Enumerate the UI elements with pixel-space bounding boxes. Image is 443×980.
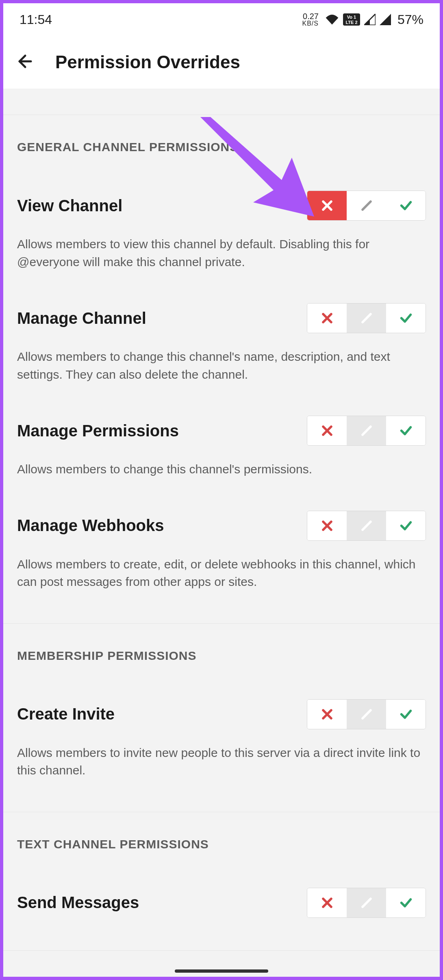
- permission-desc: Allows members to create, edit, or delet…: [17, 555, 426, 591]
- permission-row: Manage ChannelAllows members to change t…: [17, 271, 426, 383]
- permission-toggle: [307, 699, 426, 729]
- section-header: MEMBERSHIP PERMISSIONS: [17, 624, 426, 667]
- nav-handle[interactable]: [175, 969, 268, 973]
- deny-button[interactable]: [307, 304, 347, 333]
- deny-button[interactable]: [307, 700, 347, 729]
- section: TEXT CHANNEL PERMISSIONSSend Messages: [3, 812, 440, 951]
- section: GENERAL CHANNEL PERMISSIONSView ChannelA…: [3, 115, 440, 624]
- deny-button[interactable]: [307, 511, 347, 540]
- svg-text:LTE 2: LTE 2: [345, 20, 357, 25]
- neutral-button[interactable]: [347, 700, 386, 729]
- permission-toggle: [307, 511, 426, 541]
- permission-desc: Allows members to invite new people to t…: [17, 744, 426, 779]
- permission-toggle: [307, 416, 426, 446]
- network-speed: 0.27 KB/S: [302, 12, 318, 27]
- allow-button[interactable]: [386, 888, 426, 917]
- allow-button[interactable]: [386, 304, 426, 333]
- back-button[interactable]: [15, 52, 35, 73]
- permission-toggle: [307, 191, 426, 221]
- permission-row: View ChannelAllows members to view this …: [17, 158, 426, 271]
- permission-title: Manage Permissions: [17, 422, 179, 440]
- allow-button[interactable]: [386, 700, 426, 729]
- permission-toggle: [307, 888, 426, 918]
- allow-button[interactable]: [386, 511, 426, 540]
- deny-button[interactable]: [307, 191, 347, 220]
- allow-button[interactable]: [386, 416, 426, 445]
- signal-icon-2: [380, 14, 391, 25]
- status-bar: 11:54 0.27 KB/S Vo 1LTE 2 57%: [3, 3, 440, 36]
- neutral-button[interactable]: [347, 511, 386, 540]
- section: MEMBERSHIP PERMISSIONSCreate InviteAllow…: [3, 624, 440, 812]
- page-title: Permission Overrides: [55, 52, 240, 72]
- volte-icon: Vo 1LTE 2: [343, 13, 360, 26]
- permission-row: Send Messages: [17, 855, 426, 950]
- permission-title: Manage Channel: [17, 309, 146, 327]
- wifi-icon: [325, 14, 339, 25]
- neutral-button[interactable]: [347, 416, 386, 445]
- app-bar: Permission Overrides: [3, 36, 440, 89]
- permission-title: Manage Webhooks: [17, 516, 164, 535]
- permission-desc: Allows members to change this channel's …: [17, 348, 426, 383]
- deny-button[interactable]: [307, 888, 347, 917]
- svg-text:Vo 1: Vo 1: [347, 15, 356, 20]
- permission-row: Manage WebhooksAllows members to create,…: [17, 478, 426, 623]
- section-header: GENERAL CHANNEL PERMISSIONS: [17, 115, 426, 158]
- permission-title: Send Messages: [17, 893, 139, 912]
- status-time: 11:54: [20, 12, 52, 27]
- allow-button[interactable]: [386, 191, 426, 220]
- permission-toggle: [307, 303, 426, 333]
- permission-title: Create Invite: [17, 705, 115, 723]
- permission-desc: Allows members to change this channel's …: [17, 460, 426, 478]
- deny-button[interactable]: [307, 416, 347, 445]
- permission-row: Create InviteAllows members to invite ne…: [17, 667, 426, 812]
- permission-title: View Channel: [17, 197, 122, 215]
- section-header: TEXT CHANNEL PERMISSIONS: [17, 812, 426, 855]
- permission-desc: Allows members to view this channel by d…: [17, 235, 426, 271]
- signal-icon-1: [364, 14, 376, 25]
- neutral-button[interactable]: [347, 888, 386, 917]
- battery-percent: 57%: [397, 12, 423, 27]
- permission-row: Manage PermissionsAllows members to chan…: [17, 383, 426, 478]
- neutral-button[interactable]: [347, 304, 386, 333]
- neutral-button[interactable]: [347, 191, 386, 220]
